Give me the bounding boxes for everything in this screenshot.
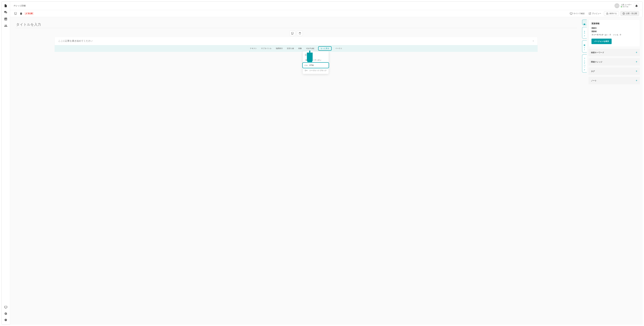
table-icon [305, 54, 308, 56]
panel-heading: 更新情報 [592, 22, 637, 25]
external-link-icon [589, 13, 591, 15]
accordion-icon [305, 59, 308, 62]
status-dot-icon [621, 6, 622, 7]
insert-text[interactable]: テキスト [249, 46, 257, 51]
trash-icon [299, 32, 301, 35]
svg-rect-6 [4, 306, 7, 308]
user-status: 受付可能 [622, 6, 628, 8]
notifications-button[interactable] [634, 3, 639, 8]
plus-icon: + [636, 60, 638, 64]
tab-feedback[interactable]: フィードバック [582, 55, 587, 73]
tab-public-site[interactable]: 公開サイト [582, 41, 587, 53]
preview-button[interactable]: プレビュー [588, 11, 602, 16]
svg-rect-11 [570, 13, 572, 14]
save-button[interactable]: 保存する [604, 11, 619, 16]
nav-rail: ? [2, 2, 10, 324]
help-icon[interactable]: ? [4, 318, 8, 322]
key-icon [305, 69, 308, 72]
monitor-icon[interactable] [4, 305, 8, 309]
editor-area: ここに記事を書き始めてください ⠿ テキスト サブタイトル 強調表示 区切り線 … [10, 17, 582, 324]
insert-youtube[interactable]: YOUTUBE [306, 47, 315, 51]
insert-subtitle[interactable]: サブタイトル [260, 46, 272, 51]
publish-button[interactable]: 公開・非公開 [620, 11, 639, 16]
users-icon[interactable] [4, 24, 8, 27]
show-versions-button[interactable]: バージョンを表示 [592, 39, 612, 44]
globe-icon [622, 13, 625, 15]
svg-point-5 [6, 25, 7, 26]
user-chip[interactable]: 上ユ 上田 ユーザー 受付可能 [614, 3, 632, 8]
gear-icon[interactable] [4, 312, 8, 315]
insert-paste[interactable]: ペースト [335, 46, 343, 51]
update-info-panel: 更新情報 更新日 更新者 フィードバック はい：0 いいえ：0 バージョンを表示 [588, 20, 640, 47]
status-badge[interactable]: 非公開 [24, 12, 34, 15]
user-name: 上田 ユーザー [621, 4, 632, 6]
plus-icon: + [636, 51, 638, 54]
insert-divider[interactable]: 区切り線 [286, 46, 294, 51]
panel-tags[interactable]: タグ + [588, 68, 640, 75]
chart-icon[interactable] [4, 17, 8, 21]
plus-icon: + [636, 79, 638, 82]
drag-handle-icon[interactable]: ⠿ [532, 40, 534, 42]
chat-icon[interactable] [4, 11, 8, 14]
svg-point-4 [5, 25, 6, 26]
svg-rect-3 [6, 19, 7, 20]
dropdown-accordion[interactable]: アコーディオン [303, 58, 328, 63]
delete-button[interactable] [19, 12, 23, 16]
copy-icon [291, 32, 294, 35]
dropdown-html[interactable]: HTML HTML [303, 63, 328, 68]
tab-task[interactable]: タスク [582, 27, 587, 39]
panel-related[interactable]: 関連ナレッジ + [588, 58, 640, 66]
block-copy-button[interactable] [290, 31, 295, 36]
insert-image[interactable]: 画像 [298, 46, 302, 51]
insert-emphasis[interactable]: 強調表示 [275, 46, 283, 51]
dropdown-table[interactable]: 表 [303, 52, 328, 58]
more-dropdown: 表 アコーディオン HTML HTML [303, 52, 328, 74]
bell-icon [635, 5, 638, 7]
svg-rect-1 [5, 19, 5, 20]
editor-block: ここに記事を書き始めてください ⠿ テキスト サブタイトル 強調表示 区切り線 … [54, 37, 538, 52]
actionbar: 非公開 サイトで確認 プレビュー 保存する 公開・非公開 [10, 10, 642, 17]
svg-rect-2 [6, 19, 6, 20]
svg-point-17 [305, 70, 306, 71]
panel-keywords[interactable]: 検索キーワード + [588, 49, 640, 56]
title-input[interactable] [15, 21, 577, 28]
page-title: ナレッジ詳細 [14, 5, 26, 7]
body-input[interactable]: ここに記事を書き始めてください ⠿ [54, 37, 538, 45]
right-sidebar: 詳細 タスク 公開サイト フィードバック 更新情報 更新日 更新者 フィードバッ… [582, 17, 642, 324]
insert-toolbar: テキスト サブタイトル 強調表示 区切り線 画像 YOUTUBE もっと見る ペ… [54, 45, 538, 52]
svg-text:?: ? [5, 319, 6, 321]
monitor-icon [570, 13, 572, 15]
svg-rect-10 [15, 12, 16, 14]
avatar: 上ユ [614, 3, 620, 8]
html-icon: HTML [305, 64, 308, 67]
copy-button[interactable] [14, 12, 18, 16]
titlebar: ナレッジ詳細 上ユ 上田 ユーザー 受付可能 [10, 2, 642, 10]
plus-icon: + [636, 70, 638, 73]
dropdown-secret[interactable]: シークレットブロック [303, 68, 328, 73]
pencil-icon [26, 13, 27, 14]
svg-rect-14 [292, 32, 293, 34]
svg-rect-16 [305, 54, 307, 56]
insert-more[interactable]: もっと見る [318, 46, 332, 51]
confirm-on-site-button[interactable]: サイトで確認 [568, 11, 586, 16]
panel-notes[interactable]: ノート + [588, 77, 640, 84]
document-icon[interactable] [4, 4, 8, 8]
tab-detail[interactable]: 詳細 [582, 20, 587, 25]
cloud-upload-icon [606, 13, 608, 15]
block-delete-button[interactable] [297, 31, 303, 36]
